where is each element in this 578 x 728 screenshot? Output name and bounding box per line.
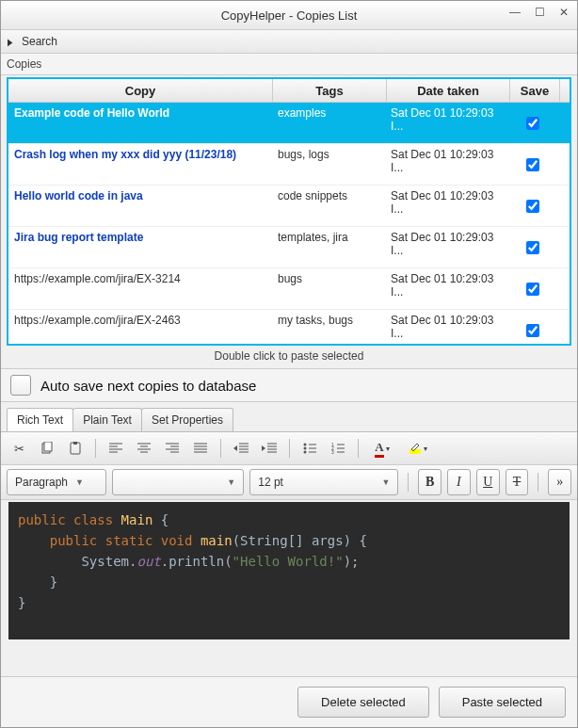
col-save[interactable]: Save	[510, 79, 560, 102]
app-window: CopyHelper - Copies List — ☐ ✕ ▶ Search …	[0, 0, 578, 728]
align-left-button[interactable]	[104, 436, 128, 461]
svg-marker-20	[233, 445, 237, 451]
editor-tabs: Rich TextPlain TextSet Properties	[1, 402, 577, 431]
section-label: Copies	[1, 54, 577, 75]
svg-rect-3	[73, 442, 77, 445]
save-checkbox[interactable]	[526, 200, 539, 213]
cell-date: Sat Dec 01 10:29:03 I...	[385, 310, 507, 344]
svg-text:3: 3	[331, 449, 334, 454]
autosave-label: Auto save next copies to database	[40, 378, 256, 394]
cell-date: Sat Dec 01 10:29:03 I...	[385, 144, 507, 185]
italic-button[interactable]: I	[447, 469, 471, 495]
font-size-select[interactable]: 12 pt▼	[249, 469, 398, 495]
cell-date: Sat Dec 01 10:29:03 I...	[385, 186, 507, 226]
indent-button[interactable]	[257, 436, 281, 461]
paste-selected-button[interactable]: Paste selected	[439, 687, 566, 718]
cell-copy: Jira bug report template	[8, 227, 272, 267]
cell-copy: https://example.com/jira/EX-2463	[8, 310, 272, 344]
strikethrough-button[interactable]: T	[506, 469, 529, 495]
tab-rich[interactable]: Rich Text	[7, 408, 73, 431]
outdent-button[interactable]	[229, 436, 253, 461]
svg-rect-42	[409, 449, 421, 454]
tab-props[interactable]: Set Properties	[141, 408, 233, 431]
copies-table: Copy Tags Date taken Save Example code o…	[7, 77, 571, 346]
svg-marker-25	[262, 445, 265, 451]
align-right-button[interactable]	[160, 436, 185, 461]
col-tags[interactable]: Tags	[273, 79, 387, 102]
cell-save	[507, 186, 556, 226]
bullet-list-button[interactable]	[297, 436, 322, 461]
editor-toolbar-1: ✂ 123 A▾ ▾	[1, 431, 577, 465]
minimize-button[interactable]: —	[504, 3, 526, 22]
chevron-right-icon: ▶	[8, 37, 13, 47]
cell-tags: templates, jira	[272, 227, 385, 267]
hint-text: Double click to paste selected	[1, 346, 577, 368]
align-center-button[interactable]	[132, 436, 156, 461]
table-row[interactable]: Hello world code in javacode snippetsSat…	[8, 186, 570, 227]
font-family-select[interactable]: ▼	[112, 469, 245, 495]
cell-tags: examples	[272, 103, 385, 143]
cut-button[interactable]: ✂	[7, 436, 31, 461]
cell-copy: Crash log when my xxx did yyy (11/23/18)	[8, 144, 272, 185]
save-checkbox[interactable]	[526, 117, 539, 130]
maximize-button[interactable]: ☐	[528, 3, 551, 22]
paste-button[interactable]	[63, 436, 88, 461]
search-expander[interactable]: ▶ Search	[1, 30, 577, 54]
cell-date: Sat Dec 01 10:29:03 I...	[385, 268, 507, 309]
editor-toolbar-2: Paragraph▼ ▼ 12 pt▼ B I U T »	[1, 465, 577, 500]
underline-button[interactable]: U	[476, 469, 500, 495]
cell-date: Sat Dec 01 10:29:03 I...	[385, 227, 507, 267]
svg-point-32	[304, 451, 307, 454]
footer-buttons: Delete selected Paste selected	[1, 676, 577, 727]
table-body: Example code of Hello WorldexamplesSat D…	[8, 103, 570, 344]
copy-button[interactable]	[35, 436, 59, 461]
table-row[interactable]: https://example.com/jira/EX-3214bugsSat …	[8, 268, 570, 310]
cell-tags: bugs, logs	[272, 144, 385, 185]
highlight-color-button[interactable]: ▾	[402, 436, 434, 461]
delete-selected-button[interactable]: Delete selected	[297, 687, 429, 718]
paragraph-style-select[interactable]: Paragraph▼	[7, 469, 106, 495]
table-row[interactable]: Crash log when my xxx did yyy (11/23/18)…	[8, 144, 570, 186]
col-date[interactable]: Date taken	[387, 79, 510, 102]
save-checkbox[interactable]	[526, 241, 539, 254]
col-copy[interactable]: Copy	[8, 79, 273, 102]
table-row[interactable]: Jira bug report templatetemplates, jiraS…	[8, 227, 570, 268]
svg-point-31	[304, 447, 307, 450]
autosave-row: Auto save next copies to database	[1, 368, 577, 402]
cell-copy: Example code of Hello World	[8, 103, 272, 143]
bold-button[interactable]: B	[418, 469, 442, 495]
title-bar: CopyHelper - Copies List — ☐ ✕	[1, 1, 577, 30]
svg-rect-1	[44, 442, 52, 451]
tab-plain[interactable]: Plain Text	[72, 408, 142, 431]
cell-tags: code snippets	[272, 186, 385, 226]
cell-save	[507, 227, 556, 267]
cell-tags: my tasks, bugs	[272, 310, 385, 344]
code-editor[interactable]: public class Main { public static void m…	[8, 502, 570, 639]
table-row[interactable]: https://example.com/jira/EX-2463my tasks…	[8, 310, 570, 344]
close-button[interactable]: ✕	[553, 3, 575, 22]
table-header: Copy Tags Date taken Save	[8, 79, 570, 103]
cell-date: Sat Dec 01 10:29:03 I...	[385, 103, 507, 143]
cell-save	[507, 144, 556, 185]
overflow-button[interactable]: »	[548, 469, 571, 495]
save-checkbox[interactable]	[526, 283, 539, 296]
search-label: Search	[22, 35, 57, 48]
table-row[interactable]: Example code of Hello WorldexamplesSat D…	[8, 103, 570, 144]
save-checkbox[interactable]	[526, 324, 539, 337]
cell-save	[507, 268, 556, 309]
cell-save	[507, 310, 556, 344]
save-checkbox[interactable]	[526, 158, 539, 171]
cell-copy: https://example.com/jira/EX-3214	[8, 268, 272, 309]
cell-tags: bugs	[272, 268, 385, 309]
cell-save	[507, 103, 556, 143]
window-title: CopyHelper - Copies List	[221, 8, 358, 23]
svg-point-30	[304, 444, 307, 446]
cell-copy: Hello world code in java	[8, 186, 272, 226]
align-justify-button[interactable]	[188, 436, 213, 461]
autosave-checkbox[interactable]	[10, 375, 31, 396]
numbered-list-button[interactable]: 123	[326, 436, 350, 461]
font-color-button[interactable]: A▾	[366, 436, 398, 461]
